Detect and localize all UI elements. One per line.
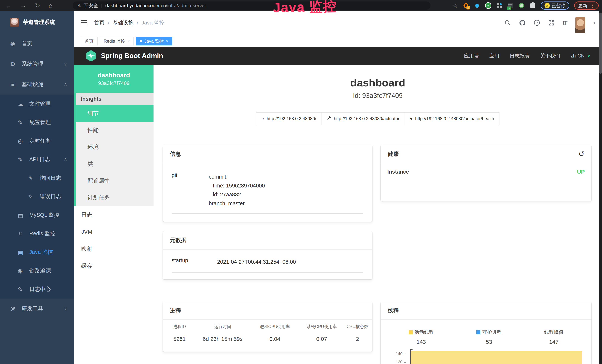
close-icon[interactable]: ×: [127, 39, 130, 43]
sba-item-classes[interactable]: 类: [76, 156, 153, 172]
process-col-header: 进程CPU使用率: [250, 324, 300, 330]
browser-menu-icon[interactable]: ⋮: [590, 3, 595, 9]
sba-item-scheduled[interactable]: 计划任务: [76, 189, 153, 206]
browser-reload-button[interactable]: ↻: [35, 2, 40, 9]
sidebar-item-mysql-monitor[interactable]: ▤ MySQL 监控: [0, 206, 74, 224]
threads-card-header: 线程: [381, 302, 591, 320]
fullscreen-icon[interactable]: [548, 20, 555, 26]
sidebar-item-file-manage[interactable]: ☁ 文件管理: [0, 95, 74, 113]
extension-pin-icon[interactable]: [474, 2, 480, 9]
actuator-url-link[interactable]: http://192.168.0.2:48080/actuator: [321, 113, 405, 125]
metadata-card-header: 元数据: [163, 231, 372, 250]
extension-y-icon[interactable]: y: [485, 2, 491, 9]
process-col-header: CPU核心数: [344, 324, 371, 330]
sba-nav-wallboard[interactable]: 应用墙: [464, 53, 479, 59]
process-card: 进程 进程ID 5261 运行时间 6d 23h 15m 59s: [163, 302, 372, 352]
extension-orange-icon[interactable]: 1: [463, 2, 469, 9]
tab-java-monitor[interactable]: Java 监控 ×: [136, 37, 172, 45]
health-url-link[interactable]: ♥ http://192.168.0.2:48080/actuator/heal…: [405, 113, 499, 125]
security-label[interactable]: 不安全: [84, 2, 98, 9]
process-pid-value: 5261: [164, 336, 195, 342]
extension-grid-icon[interactable]: [496, 2, 502, 9]
y-circle-icon: y: [485, 2, 491, 9]
extension-leaf-icon[interactable]: [518, 2, 525, 9]
sba-nav-journal[interactable]: 日志报表: [510, 53, 530, 59]
extensions-puzzle-icon[interactable]: [529, 2, 536, 9]
sidebar-item-config-manage[interactable]: ✎ 配置管理: [0, 113, 74, 132]
sba-item-details[interactable]: 细节: [76, 105, 153, 122]
browser-forward-button[interactable]: →: [20, 2, 26, 9]
sidebar-item-label: 研发工具: [22, 305, 43, 312]
sidebar-item-log-center[interactable]: ✎ 日志中心: [0, 280, 74, 299]
page-scrollbar[interactable]: [599, 11, 602, 364]
sba-nav-about[interactable]: 关于我们: [540, 53, 560, 59]
sba-brand[interactable]: Spring Boot Admin: [86, 50, 163, 62]
sba-item-mappings[interactable]: 映射: [74, 240, 153, 257]
sba-nav-applications[interactable]: 应用: [489, 53, 499, 59]
sidebar-item-api-logs[interactable]: ✎ API 日志 ∧: [0, 150, 74, 169]
sidebar-item-system[interactable]: ⚙ 系统管理 ∨: [0, 54, 74, 74]
breadcrumb-infra[interactable]: 基础设施: [113, 19, 133, 26]
sidebar-logo[interactable]: 芋道管理系统: [0, 11, 74, 33]
health-instance-label[interactable]: Instance: [387, 169, 409, 175]
cpu-cores-value: 2: [344, 336, 371, 342]
history-icon[interactable]: ↺: [579, 150, 584, 157]
tab-redis-monitor[interactable]: Redis 监控 ×: [100, 37, 134, 45]
breadcrumb-separator: /: [108, 20, 109, 26]
sidebar-item-label: Redis 监控: [29, 230, 55, 237]
close-icon[interactable]: ×: [166, 39, 168, 43]
sidebar-item-access-log[interactable]: ✎ 访问日志: [0, 169, 74, 187]
sidebar-item-dev-tools[interactable]: ⚒ 研发工具 ∨: [0, 299, 74, 319]
github-icon[interactable]: [519, 20, 526, 26]
card-title: 健康: [388, 150, 399, 158]
extension-badge: 1: [466, 6, 470, 10]
tab-home[interactable]: 首页: [81, 37, 97, 45]
sba-item-jvm[interactable]: JVM: [74, 223, 153, 240]
infrastructure-icon: ▣: [10, 81, 22, 88]
sba-language-select[interactable]: zh-CN ∨: [570, 53, 591, 59]
browser-home-button[interactable]: ⌂: [49, 2, 53, 9]
sidebar-item-trace[interactable]: ◉ 链路追踪: [0, 261, 74, 280]
redis-layers-icon: ≋: [18, 230, 29, 237]
user-avatar[interactable]: [575, 17, 585, 33]
sidebar-item-error-log[interactable]: ✎ 错误日志: [0, 187, 74, 206]
service-url-link[interactable]: ⌂ http://192.168.0.2:48080/: [256, 113, 321, 125]
address-bar[interactable]: ⚠ 不安全 | dashboard.yudao.iocoder.cn /infr…: [73, 1, 430, 10]
avatar-caret-down-icon[interactable]: ▾: [593, 21, 595, 25]
sba-brand-label: Spring Boot Admin: [101, 52, 163, 60]
scrollbar-thumb[interactable]: [599, 13, 602, 74]
sba-item-logs[interactable]: 日志: [74, 206, 153, 223]
sba-item-metrics[interactable]: 性能: [76, 122, 153, 139]
search-icon[interactable]: [505, 20, 511, 26]
url-domain[interactable]: dashboard.yudao.iocoder.cn: [105, 3, 166, 9]
browser-back-button[interactable]: ←: [5, 2, 11, 9]
url-path[interactable]: /infra/admin-server: [166, 3, 206, 9]
paused-profile-chip[interactable]: ☺ 已暂停: [541, 1, 569, 10]
page-title: dashboard: [153, 76, 602, 89]
sba-instance-header[interactable]: dashboard 93a3fc7f7409: [74, 65, 153, 93]
sba-item-environment[interactable]: 环境: [76, 139, 153, 156]
sidebar-item-redis-monitor[interactable]: ≋ Redis 监控: [0, 224, 74, 243]
tools-icon: ⚒: [10, 306, 22, 312]
extension-list-icon[interactable]: on: [507, 2, 514, 9]
home-icon: ⌂: [261, 116, 264, 121]
breadcrumb-current: Java 监控: [142, 19, 164, 26]
font-size-icon[interactable]: tT: [563, 20, 567, 26]
breadcrumb: 首页 / 基础设施 / Java 监控: [94, 19, 164, 26]
help-icon[interactable]: ?: [534, 20, 540, 26]
sidebar-item-home[interactable]: ◉ 首页: [0, 33, 74, 54]
sidebar: 芋道管理系统 ◉ 首页 ⚙ 系统管理 ∨ ▣ 基础设施 ∧ ☁ 文件管理: [0, 11, 74, 364]
hamburger-icon[interactable]: [81, 20, 87, 25]
breadcrumb-home[interactable]: 首页: [94, 19, 105, 26]
bookmark-star-icon[interactable]: ☆: [452, 2, 458, 9]
sba-item-caches[interactable]: 缓存: [74, 257, 153, 274]
active-dot: [140, 40, 142, 42]
sidebar-item-java-monitor[interactable]: ▣ Java 监控: [0, 243, 74, 261]
sba-item-config-props[interactable]: 配置属性: [76, 172, 153, 189]
dashboard-icon: ◉: [10, 40, 22, 47]
cloud-upload-icon: ☁: [18, 101, 29, 107]
sidebar-item-scheduled-tasks[interactable]: ◴ 定时任务: [0, 132, 74, 150]
update-button[interactable]: 更新 ⋮: [574, 1, 599, 10]
sidebar-item-infra[interactable]: ▣ 基础设施 ∧: [0, 74, 74, 95]
url-divider: |: [101, 3, 102, 9]
